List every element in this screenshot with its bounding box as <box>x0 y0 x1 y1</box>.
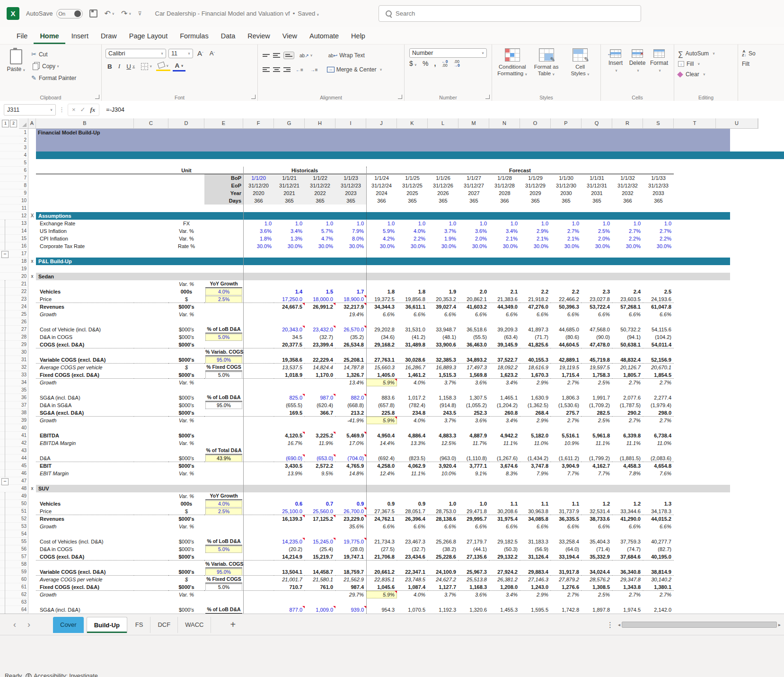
cell[interactable]: (1,110.8) <box>458 454 489 462</box>
cell[interactable]: 11.9% <box>305 439 335 447</box>
cell[interactable]: 16,139.3 <box>274 515 305 523</box>
cell[interactable] <box>274 492 305 500</box>
menu-tab-draw[interactable]: Draw <box>95 29 123 44</box>
menu-tab-help[interactable]: Help <box>345 29 371 44</box>
row-header-60[interactable]: 60 <box>19 576 28 583</box>
row-header-56[interactable]: 56 <box>19 545 28 553</box>
row-header-1[interactable]: 1 <box>19 129 28 136</box>
cell[interactable] <box>520 280 551 288</box>
cell[interactable]: 366 <box>612 197 643 205</box>
section-header-cell[interactable]: SUV <box>36 485 730 492</box>
cell[interactable]: 31/12/29 <box>520 182 551 189</box>
cell[interactable] <box>366 447 397 454</box>
orientation-icon[interactable]: ab↗∨ <box>298 52 315 59</box>
cell[interactable] <box>204 470 243 477</box>
cell[interactable] <box>204 242 243 250</box>
cell[interactable]: 24,762.1 <box>366 515 397 523</box>
cell[interactable] <box>643 561 674 568</box>
cell[interactable]: 31/12/33 <box>643 182 674 189</box>
cell[interactable]: 234.8 <box>397 409 428 417</box>
cell[interactable]: 3,920.4 <box>428 462 458 470</box>
cell[interactable]: 1/1/28 <box>489 174 520 182</box>
cell[interactable]: 3.6% <box>458 227 489 235</box>
merge-center-button[interactable]: ↔Merge & Center∨ <box>327 66 382 73</box>
cell[interactable]: 365 <box>458 197 489 205</box>
cell[interactable]: % of LoB D&A <box>204 606 243 614</box>
cell[interactable]: 29,182.5 <box>489 538 520 545</box>
cell[interactable]: 36,340.8 <box>612 568 643 576</box>
cell[interactable] <box>397 492 428 500</box>
cell[interactable]: 2024 <box>366 189 397 197</box>
cell[interactable]: 1/1/20 <box>243 174 274 182</box>
cell[interactable]: 21,734.3 <box>366 538 397 545</box>
cell[interactable]: 21,918.2 <box>520 295 551 303</box>
cell[interactable] <box>243 333 274 341</box>
cell[interactable]: 260.8 <box>489 409 520 417</box>
cell[interactable]: (25.4) <box>305 545 335 553</box>
row-header-11[interactable]: 11 <box>19 205 28 212</box>
cell[interactable] <box>243 454 274 462</box>
cell[interactable]: 1.0 <box>520 220 551 227</box>
cell[interactable]: $000's <box>168 515 204 523</box>
cell[interactable]: 20,353.2 <box>428 295 458 303</box>
cell[interactable]: $000's <box>168 341 204 348</box>
cell[interactable] <box>36 348 134 356</box>
sort-filter-button[interactable]: AZ↓So <box>738 48 784 59</box>
cell[interactable] <box>305 348 335 356</box>
row-header-28[interactable]: 28 <box>19 333 28 341</box>
cell[interactable]: 1,192.3 <box>428 606 458 614</box>
autosum-button[interactable]: ∑AutoSum∨ <box>674 48 738 59</box>
cell[interactable]: 1.8 <box>366 288 397 295</box>
cell[interactable]: 1,009.0 <box>305 606 335 614</box>
outline-level-2-button[interactable]: 2 <box>10 120 17 127</box>
cell[interactable]: 31,975.4 <box>489 515 520 523</box>
cell[interactable] <box>204 341 243 348</box>
cell[interactable]: 365 <box>643 197 674 205</box>
cell[interactable]: % Variab. COGS <box>204 561 243 568</box>
cell[interactable] <box>243 606 274 614</box>
cell[interactable]: (32.7) <box>397 545 428 553</box>
cell[interactable] <box>366 280 397 288</box>
cell[interactable]: 1,991.7 <box>581 394 612 401</box>
cell[interactable] <box>612 348 643 356</box>
cell[interactable]: 31/12/26 <box>428 182 458 189</box>
cell[interactable]: 3.7% <box>428 417 458 424</box>
cell[interactable]: (1,611.2) <box>551 454 581 462</box>
cell[interactable]: 44,685.0 <box>551 326 581 333</box>
cell[interactable]: 30.0% <box>397 242 428 250</box>
cell[interactable]: 30.0% <box>243 242 274 250</box>
cell[interactable]: 27,179.7 <box>458 538 489 545</box>
cell[interactable]: 877.0 <box>274 606 305 614</box>
cell[interactable]: 1,343.8 <box>612 583 643 591</box>
cell[interactable]: 36,335.5 <box>551 515 581 523</box>
cell[interactable]: 17,250.0 <box>274 295 305 303</box>
cell[interactable] <box>204 220 243 227</box>
cell[interactable]: 6.6% <box>397 311 428 318</box>
row-header-3[interactable]: 3 <box>19 144 28 151</box>
cell[interactable] <box>274 379 305 386</box>
filter-button[interactable]: Filt <box>738 59 784 69</box>
cell[interactable]: 30.0% <box>458 242 489 250</box>
cell[interactable]: (657.8) <box>366 401 397 409</box>
cell[interactable] <box>243 545 274 553</box>
cell[interactable]: (41.2) <box>397 333 428 341</box>
cell[interactable] <box>243 553 274 561</box>
cell[interactable]: 2033 <box>643 189 674 197</box>
cut-button[interactable]: ✂Cut <box>31 48 76 60</box>
cell[interactable] <box>612 492 643 500</box>
cell[interactable]: 32,385.3 <box>428 356 458 364</box>
cell[interactable]: 2029 <box>520 189 551 197</box>
cell[interactable]: 37,759.3 <box>612 538 643 545</box>
cell[interactable]: 1,465.1 <box>489 394 520 401</box>
formula-bar-handle[interactable]: ⋮ <box>59 106 65 113</box>
cell[interactable] <box>489 348 520 356</box>
input-cell[interactable]: 5.0% <box>205 584 242 591</box>
cell[interactable] <box>397 561 428 568</box>
cell[interactable] <box>366 492 397 500</box>
cell[interactable]: 18,759.7 <box>335 568 366 576</box>
cell[interactable]: 1.9 <box>428 288 458 295</box>
row-header-16[interactable]: 16 <box>19 242 28 250</box>
font-color-button[interactable]: A∨ <box>173 61 185 71</box>
cell[interactable]: 7.6% <box>643 470 674 477</box>
row-header-29[interactable]: 29 <box>19 341 28 348</box>
